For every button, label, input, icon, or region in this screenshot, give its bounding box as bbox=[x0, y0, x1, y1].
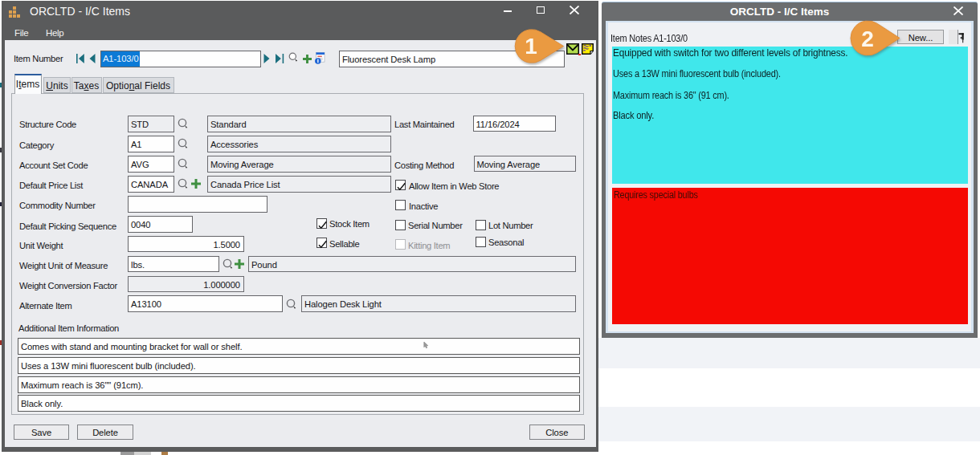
svg-text:2: 2 bbox=[861, 26, 874, 51]
svg-text:1: 1 bbox=[525, 34, 537, 59]
